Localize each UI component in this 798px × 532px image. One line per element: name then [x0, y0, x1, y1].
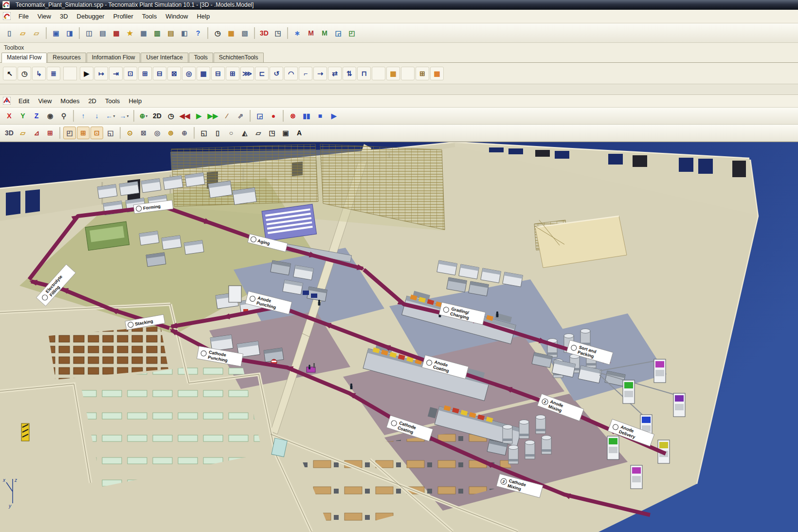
open-recent-icon[interactable]: ▱	[30, 27, 43, 39]
camera-target-icon[interactable]: ◎	[151, 127, 163, 139]
save-icon[interactable]: ▣	[50, 27, 62, 39]
tab-resources[interactable]: Resources	[47, 53, 86, 62]
play-icon[interactable]: ▶	[327, 110, 340, 122]
view-x-icon[interactable]: X	[3, 110, 16, 122]
separator[interactable]	[63, 67, 77, 80]
turnplate-icon[interactable]: ◎	[182, 67, 196, 80]
angular-converter-icon[interactable]: ⌐	[299, 67, 312, 80]
store-icon[interactable]: ▦	[197, 67, 210, 80]
menu-profiler[interactable]: Profiler	[109, 11, 138, 21]
gantt-icon[interactable]: ▧	[238, 27, 251, 39]
camera-drop-icon[interactable]: ⊙	[124, 127, 136, 139]
separator[interactable]	[79, 27, 80, 39]
menu-3d[interactable]: 3D	[55, 11, 73, 21]
menu-modes[interactable]: Modes	[56, 96, 84, 106]
move-up-icon[interactable]: ↑	[77, 110, 90, 122]
menu-edit[interactable]: Edit	[14, 96, 34, 106]
dialog-icon[interactable]: ◲	[332, 27, 345, 39]
pause-icon[interactable]: ▮▮	[300, 110, 313, 122]
sim-clock-icon[interactable]: ◷	[164, 110, 177, 122]
material-beads-icon[interactable]: ▦	[225, 27, 237, 39]
stop-icon[interactable]: ■	[314, 110, 326, 122]
shape-extrude-icon[interactable]: ◳	[266, 127, 278, 139]
shape-polygon-icon[interactable]: ▱	[252, 127, 265, 139]
windows-layout-icon[interactable]: ◳	[272, 27, 284, 39]
console-window-icon[interactable]: ▤	[96, 27, 109, 39]
loop-icon[interactable]: ↺	[270, 67, 283, 80]
eye-icon[interactable]: ◉	[44, 110, 56, 122]
chart-icon[interactable]: ▥	[151, 27, 163, 39]
open-3d-icon[interactable]: ▩	[110, 27, 123, 39]
favorites-icon[interactable]: ★	[124, 27, 136, 39]
track-icon[interactable]: ◠	[284, 67, 298, 80]
grid-display-icon[interactable]: ⊞	[77, 127, 90, 139]
menu-view[interactable]: View	[33, 11, 55, 21]
separator[interactable]	[287, 27, 288, 39]
method-icon[interactable]: M	[318, 27, 331, 39]
camera-path-icon[interactable]: ⊚	[164, 127, 177, 139]
method-debug-icon[interactable]: M	[305, 27, 317, 39]
tab-schichtentools[interactable]: SchichtenTools	[214, 53, 264, 62]
clock-icon[interactable]: ◷	[211, 27, 224, 39]
shape-cone-icon[interactable]: ◭	[238, 127, 251, 139]
2d-mode-icon[interactable]: 2D	[151, 110, 163, 122]
fast-forward-icon[interactable]: ▶▶	[206, 110, 220, 122]
import-graphics-icon[interactable]: ▱	[17, 127, 29, 139]
bead-material-icon[interactable]: ▦	[386, 67, 400, 80]
print-preview-icon[interactable]: ◫	[83, 27, 95, 39]
graph-icon[interactable]: ⊞	[44, 127, 56, 139]
menu-2d[interactable]: 2D	[84, 96, 101, 106]
drain-icon[interactable]: ⇥	[109, 67, 123, 80]
separator[interactable]	[283, 110, 284, 122]
tab-information-flow[interactable]: Information Flow	[87, 53, 141, 62]
tab-material-flow[interactable]: Material Flow	[1, 53, 47, 63]
separator[interactable]	[250, 110, 251, 122]
reset-sim-icon[interactable]: ◀◀	[178, 110, 192, 122]
3d-viewport[interactable]: Forming Aging Anode Punching Cathode Pun…	[0, 142, 798, 532]
separator[interactable]	[133, 110, 134, 122]
titlebar[interactable]: Tecnomatix_Plant_Simulation.spp - Tecnom…	[0, 0, 798, 10]
connector-icon[interactable]: ↳	[32, 67, 46, 80]
separator[interactable]	[207, 27, 208, 39]
zoom-icon[interactable]: ⚲	[57, 110, 70, 122]
fly-mode-icon[interactable]: ⇗	[234, 110, 247, 122]
move-right-icon[interactable]: →	[118, 110, 130, 122]
separator[interactable]	[73, 110, 74, 122]
converter-icon[interactable]: ⇢	[313, 67, 327, 80]
pointer-icon[interactable]: ↖	[3, 67, 17, 80]
record-icon[interactable]: ●	[267, 110, 280, 122]
menu-debugger[interactable]: Debugger	[73, 11, 109, 21]
event-controller-icon[interactable]: ≣	[47, 67, 60, 80]
split-view-icon[interactable]: ◱	[104, 127, 117, 139]
interface-icon[interactable]: ▶	[80, 67, 93, 80]
save-as-icon[interactable]: ◨	[63, 27, 76, 39]
wireframe-icon[interactable]: ◰	[63, 127, 76, 139]
menu-window[interactable]: Window	[161, 11, 192, 21]
shape-cube-icon[interactable]: ◱	[198, 127, 210, 139]
world-view-icon[interactable]: ⊕	[137, 110, 150, 122]
text-object-icon[interactable]: A	[293, 127, 306, 139]
menu-tools[interactable]: Tools	[138, 11, 161, 21]
new-model-icon[interactable]: ▯	[3, 27, 16, 39]
separator[interactable]	[254, 27, 255, 39]
single-proc-icon[interactable]: ⊡	[124, 67, 137, 80]
shape-cylinder-icon[interactable]: ▯	[211, 127, 224, 139]
hmi-device-icon[interactable]: ▦	[430, 67, 444, 80]
buffer-icon[interactable]: ⊟	[211, 67, 225, 80]
table-icon[interactable]: ▦	[137, 27, 150, 39]
reset-icon[interactable]: ∗	[291, 27, 304, 39]
menu-help[interactable]: Help	[192, 11, 214, 21]
start-sim-icon[interactable]: ▶	[193, 110, 205, 122]
3d-mode-icon[interactable]: 3D	[258, 27, 271, 39]
open-icon[interactable]: ▱	[17, 27, 29, 39]
transfer-station-icon[interactable]: ⇅	[343, 67, 356, 80]
source-icon[interactable]: ↦	[94, 67, 108, 80]
menu-help[interactable]: Help	[124, 96, 146, 106]
view-y-icon[interactable]: Y	[17, 110, 29, 122]
tab-user-interface[interactable]: User Interface	[141, 53, 188, 62]
record-window-icon[interactable]: ◲	[254, 110, 266, 122]
separator[interactable]	[194, 127, 195, 139]
crane-icon[interactable]: ⊓	[357, 67, 371, 80]
3d-properties-icon[interactable]: 3D	[3, 127, 16, 139]
window-nav-icon[interactable]: ◧	[178, 27, 191, 39]
